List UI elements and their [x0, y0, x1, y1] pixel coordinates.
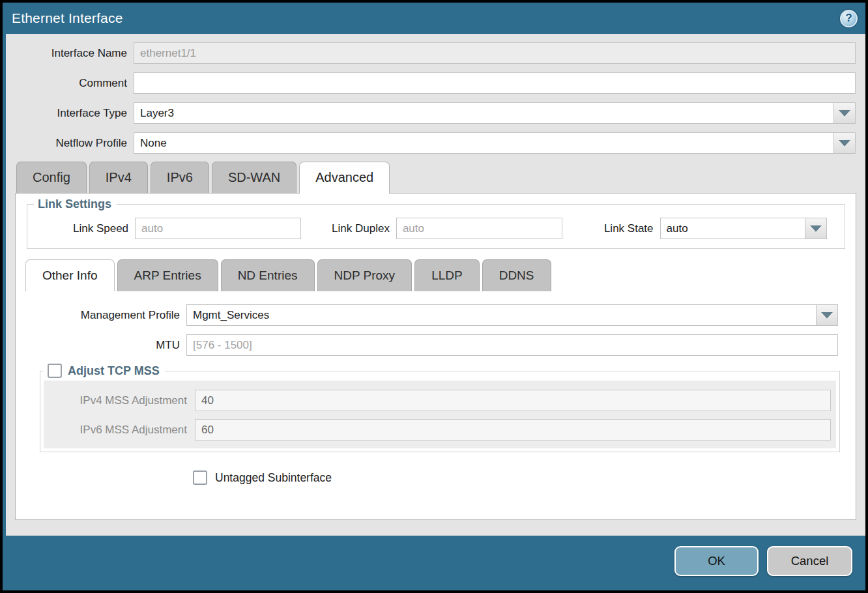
screenshot-frame: Ethernet Interface ? Interface Name Comm…	[0, 0, 868, 593]
link-duplex-field[interactable]	[396, 218, 562, 239]
link-speed-label: Link Speed	[73, 222, 135, 235]
netflow-profile-dropdown-button[interactable]	[833, 133, 855, 153]
tab-lldp[interactable]: LLDP	[414, 259, 480, 291]
comment-label: Comment	[6, 77, 134, 90]
dialog-title: Ethernet Interface	[12, 10, 123, 26]
mss-disabled-area: IPv4 MSS Adjustment IPv6 MSS Adjustment	[44, 381, 836, 448]
chevron-down-icon	[821, 312, 833, 319]
link-duplex-group: Link Duplex	[332, 218, 562, 239]
link-settings-fieldset: Link Settings Link Speed Link Duplex Lin…	[27, 197, 845, 249]
help-icon[interactable]: ?	[840, 10, 858, 27]
interface-name-label: Interface Name	[6, 47, 134, 60]
adjust-tcp-mss-fieldset: Adjust TCP MSS IPv4 MSS Adjustment IPv6 …	[40, 364, 840, 452]
tab-ipv4[interactable]: IPv4	[89, 162, 148, 193]
ethernet-interface-dialog: Ethernet Interface ? Interface Name Comm…	[3, 3, 865, 590]
comment-row: Comment	[6, 72, 856, 94]
ipv4-mss-row: IPv4 MSS Adjustment	[44, 390, 831, 411]
ipv6-mss-row: IPv6 MSS Adjustment	[44, 419, 831, 441]
untagged-subinterface-label: Untagged Subinterface	[215, 471, 332, 485]
dialog-titlebar: Ethernet Interface ?	[3, 3, 865, 34]
adjust-tcp-mss-checkbox[interactable]	[48, 364, 62, 378]
tab-config[interactable]: Config	[16, 162, 87, 193]
ok-button[interactable]: OK	[674, 546, 759, 576]
tab-arp-entries[interactable]: ARP Entries	[117, 259, 218, 291]
netflow-profile-row: Netflow Profile	[6, 132, 856, 154]
netflow-profile-dropdown[interactable]	[134, 132, 856, 154]
dialog-body: Interface Name Comment Interface Type Ne…	[6, 34, 865, 536]
tab-ndp-proxy[interactable]: NDP Proxy	[317, 259, 412, 291]
link-speed-group: Link Speed	[73, 218, 301, 239]
netflow-profile-value[interactable]	[134, 133, 833, 153]
interface-type-label: Interface Type	[6, 107, 134, 120]
tab-advanced[interactable]: Advanced	[299, 162, 390, 193]
link-settings-legend: Link Settings	[34, 197, 117, 211]
adjust-tcp-mss-legend: Adjust TCP MSS	[44, 364, 165, 378]
chevron-down-icon	[810, 225, 822, 232]
chevron-down-icon	[839, 140, 850, 147]
adjust-tcp-mss-legend-label: Adjust TCP MSS	[68, 364, 160, 378]
interface-type-value[interactable]	[134, 103, 833, 123]
mtu-label: MTU	[16, 339, 186, 352]
untagged-subinterface-checkbox[interactable]	[193, 470, 207, 485]
dialog-footer: OK Cancel	[3, 536, 865, 590]
link-state-dropdown-button[interactable]	[805, 218, 826, 239]
other-info-tabstrip: Other Info ARP Entries ND Entries NDP Pr…	[25, 259, 856, 291]
ipv4-mss-label: IPv4 MSS Adjustment	[44, 394, 195, 407]
comment-field[interactable]	[134, 72, 856, 94]
tab-ipv6[interactable]: IPv6	[151, 162, 209, 193]
cancel-button[interactable]: Cancel	[767, 546, 852, 576]
interface-type-dropdown-button[interactable]	[833, 103, 855, 123]
management-profile-dropdown-button[interactable]	[816, 305, 837, 325]
ipv6-mss-label: IPv6 MSS Adjustment	[44, 424, 195, 437]
main-tabstrip: Config IPv4 IPv6 SD-WAN Advanced	[16, 162, 865, 193]
interface-type-dropdown[interactable]	[134, 102, 856, 124]
link-settings-fields: Link Speed Link Duplex Link State	[34, 218, 838, 239]
tab-sdwan[interactable]: SD-WAN	[212, 162, 297, 193]
interface-name-row: Interface Name	[6, 42, 856, 64]
untagged-subinterface-row: Untagged Subinterface	[193, 470, 856, 485]
interface-name-field	[134, 42, 856, 64]
link-speed-field[interactable]	[135, 218, 301, 239]
link-state-dropdown[interactable]	[660, 218, 827, 239]
mtu-field[interactable]	[186, 334, 838, 356]
management-profile-value[interactable]	[187, 305, 816, 325]
link-duplex-label: Link Duplex	[332, 222, 396, 235]
management-profile-dropdown[interactable]	[186, 304, 838, 326]
link-state-value[interactable]	[661, 218, 805, 239]
ipv4-mss-field	[195, 390, 831, 411]
ipv6-mss-field	[195, 419, 831, 441]
tab-other-info[interactable]: Other Info	[25, 259, 115, 291]
netflow-profile-label: Netflow Profile	[6, 137, 134, 150]
other-info-content: Management Profile MTU	[16, 291, 856, 485]
advanced-tab-panel: Link Settings Link Speed Link Duplex Lin…	[15, 193, 856, 520]
link-state-group: Link State	[604, 218, 827, 239]
link-state-label: Link State	[604, 222, 660, 235]
management-profile-label: Management Profile	[16, 309, 186, 322]
management-profile-row: Management Profile	[16, 304, 838, 326]
tab-ddns[interactable]: DDNS	[482, 259, 551, 291]
chevron-down-icon	[839, 110, 850, 117]
tab-nd-entries[interactable]: ND Entries	[221, 259, 315, 291]
mtu-row: MTU	[16, 334, 838, 356]
interface-type-row: Interface Type	[6, 102, 856, 124]
